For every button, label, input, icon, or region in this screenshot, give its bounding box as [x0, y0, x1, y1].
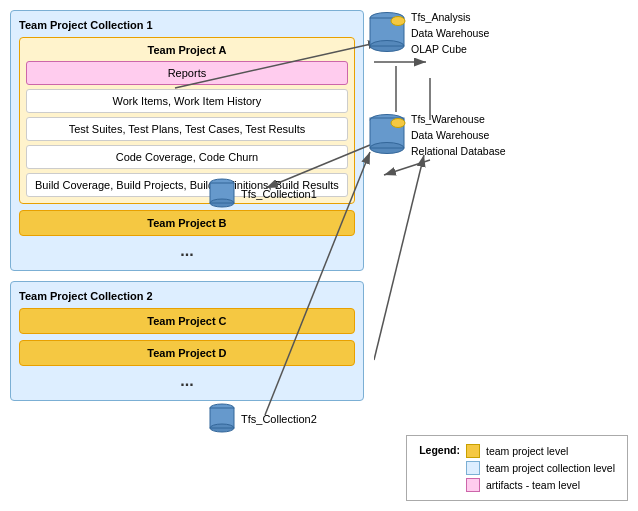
connector-svg	[374, 10, 628, 501]
team-project-a-title: Team Project A	[26, 44, 348, 56]
collection2-box: Team Project Collection 2 Team Project C…	[10, 281, 364, 401]
collection1-cylinder	[208, 177, 236, 211]
warehouse-db-cylinder-pos	[368, 112, 406, 158]
collection2-dots: ...	[19, 370, 355, 392]
analysis-db-positioned: Tfs_Analysis Data Warehouse OLAP Cube	[368, 10, 489, 57]
collection1-dots: ...	[19, 240, 355, 262]
team-project-d: Team Project D	[19, 340, 355, 366]
legend-row-gold: team project level	[466, 444, 615, 458]
collection2-cylinder	[208, 402, 236, 436]
team-project-b: Team Project B	[19, 210, 355, 236]
test-items-item: Test Suites, Test Plans, Test Cases, Tes…	[26, 117, 348, 141]
warehouse-db-positioned: Tfs_Warehouse Data Warehouse Relational …	[368, 112, 506, 159]
reports-item: Reports	[26, 61, 348, 85]
analysis-db-label-pos: Tfs_Analysis Data Warehouse OLAP Cube	[411, 10, 489, 57]
team-project-c: Team Project C	[19, 308, 355, 334]
legend-gold-swatch	[466, 444, 480, 458]
legend-row-pink: artifacts - team level	[466, 478, 615, 492]
code-coverage-item: Code Coverage, Code Churn	[26, 145, 348, 169]
svg-point-26	[391, 17, 405, 26]
collection2-icon-row: Tfs_Collection2	[208, 402, 317, 436]
legend-pink-swatch	[466, 478, 480, 492]
collection1-title: Team Project Collection 1	[19, 19, 355, 31]
work-items-item: Work Items, Work Item History	[26, 89, 348, 113]
legend-row-blue: team project collection level	[466, 461, 615, 475]
warehouse-to-col1-line	[384, 160, 430, 175]
collection1-box: Team Project Collection 1 Team Project A…	[10, 10, 364, 271]
warehouse-db-label-pos: Tfs_Warehouse Data Warehouse Relational …	[411, 112, 506, 159]
col2-to-warehouse-line	[374, 155, 424, 360]
legend-blue-swatch	[466, 461, 480, 475]
legend-positioned: Legend: team project level team project …	[406, 435, 628, 501]
collection1-icon-row: Tfs_Collection1	[208, 177, 317, 211]
collection2-icon-label: Tfs_Collection2	[241, 413, 317, 425]
legend-label: Legend:	[419, 444, 460, 456]
analysis-db-cylinder-pos	[368, 10, 406, 56]
collection1-icon-label: Tfs_Collection1	[241, 188, 317, 200]
collection2-title: Team Project Collection 2	[19, 290, 355, 302]
svg-point-31	[391, 119, 405, 128]
